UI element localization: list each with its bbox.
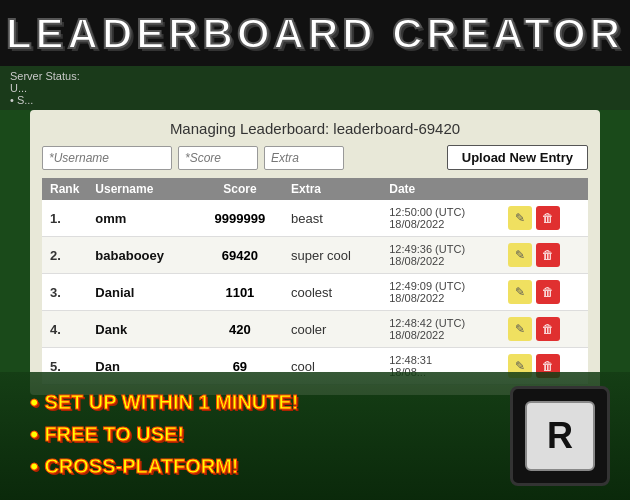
- app-title: LEADERBOARD CREATOR: [0, 10, 630, 58]
- col-score: Score: [197, 178, 283, 200]
- cell-actions: ✎ 🗑: [500, 311, 588, 348]
- server-status-area: Server Status: U... • S...: [0, 66, 630, 110]
- action-buttons: ✎ 🗑: [508, 317, 580, 341]
- table-row: 1. omm 9999999 beast 12:50:00 (UTC)18/08…: [42, 200, 588, 237]
- cell-username: bababooey: [87, 237, 196, 274]
- col-rank: Rank: [42, 178, 87, 200]
- cell-rank: 4.: [42, 311, 87, 348]
- cell-score: 1101: [197, 274, 283, 311]
- feature-bullet: CROSS-PLATFORM!: [30, 452, 299, 480]
- cell-score: 69420: [197, 237, 283, 274]
- cell-extra: super cool: [283, 237, 381, 274]
- leaderboard-id: leaderboard-69420: [333, 120, 460, 137]
- table-header-row: Rank Username Score Extra Date: [42, 178, 588, 200]
- table-row: 4. Dank 420 cooler 12:48:42 (UTC)18/08/2…: [42, 311, 588, 348]
- cell-username: Danial: [87, 274, 196, 311]
- action-buttons: ✎ 🗑: [508, 206, 580, 230]
- cell-rank: 1.: [42, 200, 87, 237]
- col-actions: [500, 178, 588, 200]
- logo-area: R: [510, 386, 610, 486]
- cell-actions: ✎ 🗑: [500, 237, 588, 274]
- table-row: 3. Danial 1101 coolest 12:49:09 (UTC)18/…: [42, 274, 588, 311]
- upload-new-entry-button[interactable]: Upload New Entry: [447, 145, 588, 170]
- managing-label: Managing Leaderboard: leaderboard-69420: [42, 120, 588, 137]
- logo-icon: R: [525, 401, 595, 471]
- main-panel: Managing Leaderboard: leaderboard-69420 …: [30, 110, 600, 395]
- cell-extra: cooler: [283, 311, 381, 348]
- input-row: Upload New Entry: [42, 145, 588, 170]
- col-username: Username: [87, 178, 196, 200]
- cell-date: 12:48:42 (UTC)18/08/2022: [381, 311, 500, 348]
- cell-rank: 2.: [42, 237, 87, 274]
- delete-button[interactable]: 🗑: [536, 280, 560, 304]
- edit-button[interactable]: ✎: [508, 280, 532, 304]
- feature-list: SET UP WITHIN 1 MINUTE!FREE TO USE!CROSS…: [30, 388, 299, 484]
- delete-button[interactable]: 🗑: [536, 206, 560, 230]
- extra-input[interactable]: [264, 146, 344, 170]
- cell-score: 9999999: [197, 200, 283, 237]
- cell-username: omm: [87, 200, 196, 237]
- server-status-line2: • S...: [10, 94, 33, 106]
- feature-bullet: SET UP WITHIN 1 MINUTE!: [30, 388, 299, 416]
- cell-username: Dank: [87, 311, 196, 348]
- cell-extra: coolest: [283, 274, 381, 311]
- delete-button[interactable]: 🗑: [536, 243, 560, 267]
- leaderboard-table: Rank Username Score Extra Date 1. omm 99…: [42, 178, 588, 385]
- col-date: Date: [381, 178, 500, 200]
- server-status-label: Server Status:: [10, 70, 80, 82]
- action-buttons: ✎ 🗑: [508, 280, 580, 304]
- cell-actions: ✎ 🗑: [500, 274, 588, 311]
- table-row: 2. bababooey 69420 super cool 12:49:36 (…: [42, 237, 588, 274]
- cell-date: 12:49:36 (UTC)18/08/2022: [381, 237, 500, 274]
- cell-extra: beast: [283, 200, 381, 237]
- score-input[interactable]: [178, 146, 258, 170]
- cell-actions: ✎ 🗑: [500, 200, 588, 237]
- bottom-area: SET UP WITHIN 1 MINUTE!FREE TO USE!CROSS…: [0, 372, 630, 500]
- managing-prefix: Managing Leaderboard:: [170, 120, 329, 137]
- edit-button[interactable]: ✎: [508, 243, 532, 267]
- edit-button[interactable]: ✎: [508, 317, 532, 341]
- table-body: 1. omm 9999999 beast 12:50:00 (UTC)18/08…: [42, 200, 588, 385]
- cell-date: 12:49:09 (UTC)18/08/2022: [381, 274, 500, 311]
- col-extra: Extra: [283, 178, 381, 200]
- username-input[interactable]: [42, 146, 172, 170]
- server-status-line1: U...: [10, 82, 27, 94]
- edit-button[interactable]: ✎: [508, 206, 532, 230]
- cell-rank: 3.: [42, 274, 87, 311]
- action-buttons: ✎ 🗑: [508, 243, 580, 267]
- feature-bullet: FREE TO USE!: [30, 420, 299, 448]
- delete-button[interactable]: 🗑: [536, 317, 560, 341]
- cell-date: 12:50:00 (UTC)18/08/2022: [381, 200, 500, 237]
- title-banner: LEADERBOARD CREATOR: [0, 0, 630, 66]
- cell-score: 420: [197, 311, 283, 348]
